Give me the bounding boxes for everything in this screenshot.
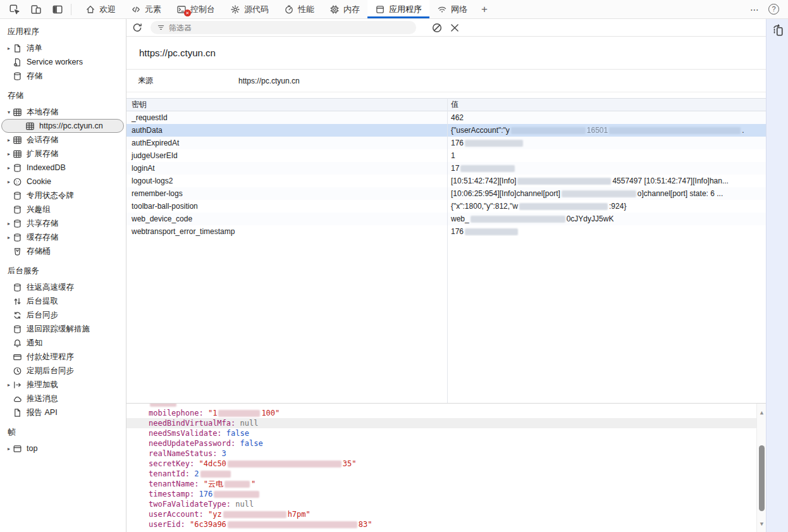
storage-row-judgeUserEId[interactable]: judgeUserEId1 xyxy=(126,149,766,162)
expander-icon[interactable]: ▸ xyxy=(5,179,13,185)
sidebar-item--[interactable]: 存储 xyxy=(0,69,126,83)
storage-key: authExpiredAt xyxy=(126,139,447,147)
sidebar-item--[interactable]: 后台同步 xyxy=(0,308,126,322)
tab-sources[interactable]: 源代码 xyxy=(223,0,276,18)
db-icon xyxy=(13,233,22,242)
sidebar-item--api[interactable]: 报告 API xyxy=(0,405,126,419)
preview-prop-needBindVirtualMfa[interactable]: needBindVirtualMfa: null xyxy=(126,418,756,428)
tab-home[interactable]: 欢迎 xyxy=(78,0,123,18)
sidebar-item--[interactable]: ▸清单 xyxy=(0,41,126,55)
tab-memory[interactable]: 内存 xyxy=(322,0,367,18)
preview-prop-realNameStatus[interactable]: realNameStatus: 3 xyxy=(126,448,756,459)
filter-input[interactable] xyxy=(169,23,410,32)
expander-icon[interactable]: ▸ xyxy=(5,221,13,226)
filter-field[interactable] xyxy=(151,21,416,34)
expander-icon[interactable]: ▸ xyxy=(5,46,13,51)
storage-row-remember-logs[interactable]: remember-logs[10:06:25:954][Info]channel… xyxy=(126,187,766,200)
preview-prop-twoFaValidateType[interactable]: twoFaValidateType: null xyxy=(126,499,756,509)
tab-app[interactable]: 应用程序 xyxy=(367,0,429,18)
sidebar-item-top[interactable]: ▸top xyxy=(0,442,126,455)
sidebar-item--[interactable]: ▸共享存储 xyxy=(0,216,126,230)
sidebar-item--[interactable]: ▸扩展存储 xyxy=(0,147,126,161)
storage-key: webtransport_error_timestamp xyxy=(126,227,447,236)
key-column-header[interactable]: 密钥 xyxy=(126,99,447,110)
dock-side-icon[interactable] xyxy=(52,4,63,15)
grid-icon xyxy=(13,149,22,159)
panel-tabs: 欢迎元素控制台✕源代码性能内存应用程序网络 xyxy=(78,0,475,18)
db-icon xyxy=(13,219,22,228)
preview-prop-userAccount[interactable]: userAccount: "yzh7pm" xyxy=(126,509,756,519)
preview-prop-tenantName[interactable]: tenantName: "云电" xyxy=(126,479,756,489)
storage-row-_requestId[interactable]: _requestId462 xyxy=(126,111,766,124)
sidebar-item-cookie[interactable]: ▸Cookie xyxy=(0,175,126,189)
inspect-tool-icon[interactable] xyxy=(9,4,20,15)
preview-prop-userEid[interactable]: userEid: "6c39a9683" xyxy=(126,519,756,529)
expander-icon[interactable]: ▸ xyxy=(5,382,13,388)
cookie-icon xyxy=(13,177,22,187)
db-icon xyxy=(13,283,22,292)
tab-perf[interactable]: 性能 xyxy=(276,0,322,18)
preview-prop-timestamp[interactable]: timestamp: 176 xyxy=(126,489,756,499)
storage-row-logout-logs2[interactable]: logout-logs2[10:51:42:742][Info]4557497 … xyxy=(126,175,766,187)
preview-prop-secretKey[interactable]: secretKey: "4dc5035" xyxy=(126,459,756,469)
sidebar-item--[interactable]: ▸缓存存储 xyxy=(0,230,126,244)
sidebar-item-service-workers[interactable]: Service workers xyxy=(0,55,126,69)
storage-key: toolbar-ball-position xyxy=(126,202,447,211)
preview-prop-mobilephone[interactable]: mobilephone: "1100" xyxy=(126,408,756,418)
storage-row-web_device_code[interactable]: web_device_codeweb_0cJYdyJJ5wK xyxy=(126,213,766,225)
sidebar-item--[interactable]: 后台提取 xyxy=(0,294,126,308)
clear-storage-icon[interactable] xyxy=(431,22,443,34)
sidebar-item-https-pc-ctyun-cn[interactable]: https://pc.ctyun.cn xyxy=(0,119,126,133)
scroll-up-icon[interactable]: ▲ xyxy=(757,407,766,417)
preview-prop-tenantId[interactable]: tenantId: 2 xyxy=(126,469,756,479)
device-emulation-icon[interactable] xyxy=(30,4,42,15)
sidebar-item--[interactable]: ▸推理加载 xyxy=(0,378,126,392)
storage-row-authExpiredAt[interactable]: authExpiredAt176 xyxy=(126,137,766,149)
sidebar-item--[interactable]: 退回跟踪缓解措施 xyxy=(0,322,126,336)
sidebar-item--[interactable]: 通知 xyxy=(0,336,126,350)
storage-row-loginAt[interactable]: loginAt17 xyxy=(126,162,766,175)
scrollbar-thumb[interactable] xyxy=(759,445,765,511)
sidebar-item--[interactable]: 定期后台同步 xyxy=(0,364,126,378)
value-column-header[interactable]: 值 xyxy=(447,99,459,110)
bell-icon xyxy=(13,338,22,348)
sidebar-item--[interactable]: 付款处理程序 xyxy=(0,350,126,364)
tab-console[interactable]: 控制台✕ xyxy=(169,0,223,18)
preview-clipped-line[interactable] xyxy=(126,403,756,408)
sidebar-item-indexeddb[interactable]: ▸IndexedDB xyxy=(0,161,126,175)
help-icon[interactable]: ? xyxy=(768,4,779,15)
db-icon xyxy=(13,163,22,173)
sidebar-item--[interactable]: 专用状态令牌 xyxy=(0,189,126,202)
expander-icon[interactable]: ▾ xyxy=(5,109,13,115)
more-options-icon[interactable]: ⋯ xyxy=(750,4,760,15)
device-rotate-icon[interactable] xyxy=(772,24,784,37)
storage-main-panel: https://pc.ctyun.cn 来源 https://pc.ctyun.… xyxy=(126,19,766,532)
preview-scrollbar[interactable]: ▲ ▼ xyxy=(756,404,766,532)
scroll-down-icon[interactable]: ▼ xyxy=(757,519,766,528)
expander-icon[interactable]: ▸ xyxy=(5,235,13,240)
code-icon xyxy=(131,4,141,15)
preview-prop-needUpdatePassword[interactable]: needUpdatePassword: false xyxy=(126,438,756,448)
storage-value: {"x":1800,"y":812,"w:924} xyxy=(447,202,766,211)
sidebar-item--[interactable]: ▸会话存储 xyxy=(0,133,126,147)
tab-code[interactable]: 元素 xyxy=(123,0,169,18)
expander-icon[interactable]: ▸ xyxy=(5,446,13,452)
expander-icon[interactable]: ▸ xyxy=(5,151,13,157)
loads-icon xyxy=(13,380,22,390)
expander-icon[interactable]: ▸ xyxy=(5,137,13,143)
delete-selected-icon[interactable] xyxy=(449,22,460,34)
add-panel-button[interactable]: + xyxy=(475,0,494,18)
sidebar-item--[interactable]: ▾本地存储 xyxy=(0,105,126,119)
sidebar-item--[interactable]: 存储桶 xyxy=(0,244,126,258)
sidebar-item--[interactable]: 往返高速缓存 xyxy=(0,280,126,294)
tab-wifi[interactable]: 网络 xyxy=(429,0,475,18)
preview-prop-needSmsValidate[interactable]: needSmsValidate: false xyxy=(126,428,756,438)
sidebar-item--[interactable]: 推送消息 xyxy=(0,392,126,405)
storage-row-authData[interactable]: authData{"userAccount":"y16501. xyxy=(126,124,766,137)
expander-icon[interactable]: ▸ xyxy=(5,165,13,171)
sidebar-item--[interactable]: 兴趣组 xyxy=(0,202,126,216)
storage-row-webtransport_error_timestamp[interactable]: webtransport_error_timestamp176 xyxy=(126,225,766,238)
storage-row-toolbar-ball-position[interactable]: toolbar-ball-position{"x":1800,"y":812,"… xyxy=(126,200,766,213)
column-divider[interactable] xyxy=(447,98,448,403)
refresh-icon[interactable] xyxy=(132,22,143,34)
